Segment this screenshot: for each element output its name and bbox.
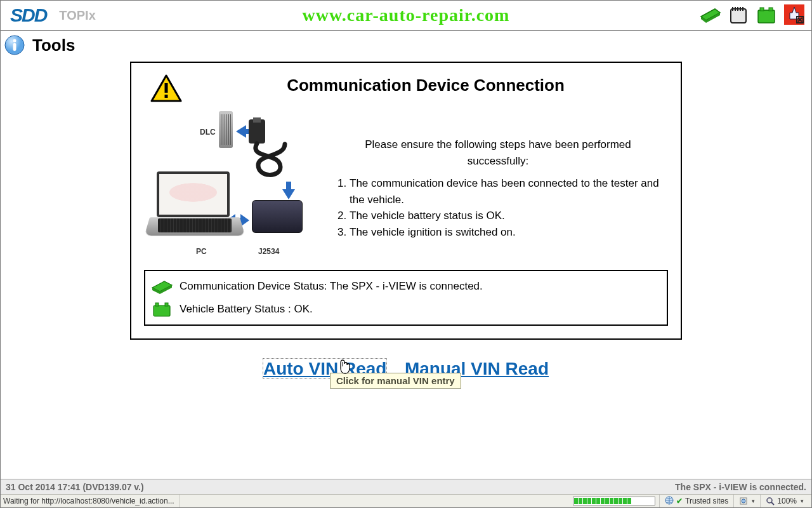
app-status-left: 31 Oct 2014 17:41 (DVD139.07 v.): [6, 482, 144, 492]
step-2: The vehicle battery status is OK.: [350, 208, 662, 224]
instructions-lead: Please ensure the following steps have b…: [334, 137, 662, 169]
step-1: The communication device has been connec…: [350, 175, 662, 208]
svg-rect-13: [165, 83, 168, 93]
app-status-right: The SPX - i-VIEW is connected.: [675, 482, 806, 492]
zone-text: Trusted sites: [685, 497, 728, 505]
topix-link[interactable]: TOPIx: [59, 8, 95, 23]
header-icons: [700, 4, 805, 25]
svg-rect-11: [13, 43, 16, 51]
svg-rect-16: [253, 117, 261, 123]
device-ok-icon: [152, 278, 172, 295]
zoom-level: 100%: [777, 497, 797, 505]
check-icon: ✔: [676, 497, 683, 505]
page-title: Tools: [32, 36, 75, 55]
svg-line-27: [771, 502, 774, 505]
connection-diagram: DLC J2534 PC: [144, 111, 325, 260]
protected-mode-icon[interactable]: ▾: [733, 495, 760, 507]
battery-status-row: Vehicle Battery Status : OK.: [152, 298, 660, 321]
pc-label: PC: [196, 247, 207, 256]
svg-rect-6: [769, 8, 773, 11]
status-box: Communication Device Status: The SPX - i…: [144, 270, 668, 326]
svg-point-10: [13, 39, 16, 43]
svg-point-26: [767, 498, 772, 503]
internet-zone[interactable]: ✔ Trusted sites: [659, 495, 733, 507]
notes-icon[interactable]: [728, 4, 749, 25]
battery-ok-icon: [152, 301, 172, 318]
device-status-row: Communication Device Status: The SPX - i…: [152, 275, 660, 298]
instructions: Please ensure the following steps have b…: [334, 111, 668, 260]
svg-rect-4: [758, 10, 775, 23]
svg-rect-15: [249, 119, 265, 144]
app-header: SDD TOPIx www.car-auto-repair.com: [1, 1, 811, 31]
watermark-text: www.car-auto-repair.com: [303, 5, 510, 25]
progress-bar: [573, 497, 655, 505]
svg-rect-20: [154, 305, 170, 316]
battery-status-icon[interactable]: [756, 4, 777, 25]
warning-icon: [150, 74, 183, 105]
dlc-label: DLC: [200, 128, 216, 137]
connection-panel: Communication Device Connection DLC J253…: [130, 62, 682, 340]
svg-rect-3: [731, 9, 746, 23]
svg-rect-21: [155, 303, 159, 306]
device-status-text: Communication Device Status: The SPX - i…: [180, 280, 483, 293]
info-icon: [4, 35, 25, 55]
browser-status-bar: Waiting for http://localhost:8080/vehicl…: [1, 494, 811, 507]
browser-wait-text: Waiting for http://localhost:8080/vehicl…: [3, 495, 180, 507]
page-subheader: Tools: [1, 31, 811, 62]
j2534-label: J2534: [258, 247, 279, 256]
svg-rect-14: [165, 95, 168, 98]
globe-icon: [665, 496, 674, 507]
svg-rect-22: [165, 303, 168, 306]
zoom-control[interactable]: 100% ▾: [760, 495, 809, 507]
svg-rect-5: [760, 8, 764, 11]
mouse-cursor-icon: [339, 359, 351, 375]
tooltip: Click for manual VIN entry: [330, 373, 461, 389]
device-status-icon[interactable]: [700, 4, 721, 25]
panel-title: Communication Device Connection: [183, 76, 668, 105]
sdd-logo: SDD: [10, 4, 46, 26]
step-3: The vehicle ignition is switched on.: [350, 224, 662, 241]
svg-point-25: [742, 499, 745, 503]
app-status-bar: 31 Oct 2014 17:41 (DVD139.07 v.) The SPX…: [1, 479, 811, 494]
battery-status-text: Vehicle Battery Status : OK.: [180, 303, 313, 316]
close-app-icon[interactable]: [783, 4, 805, 25]
